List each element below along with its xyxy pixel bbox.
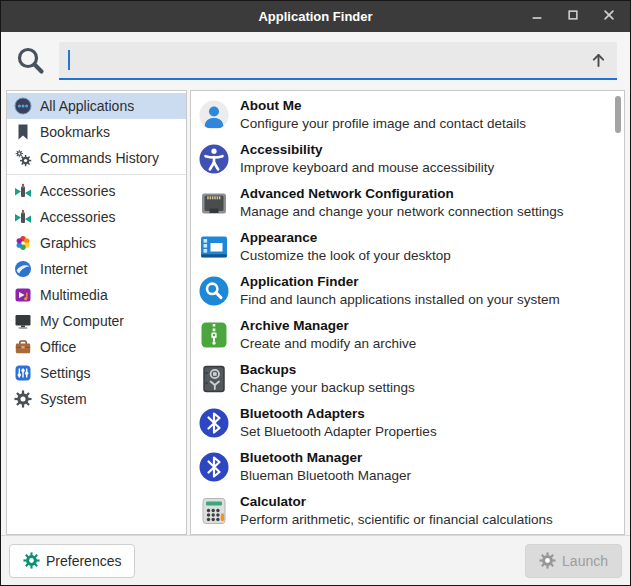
search-bar — [1, 32, 630, 90]
application-name: Advanced Network Configuration — [240, 185, 563, 203]
sidebar-item-my-computer[interactable]: My Computer — [7, 308, 186, 334]
application-description: Perform arithmetic, scientific or financ… — [240, 511, 553, 529]
titlebar[interactable]: Application Finder — [1, 1, 630, 32]
gear-icon — [23, 552, 40, 569]
scrollbar-thumb[interactable] — [615, 96, 621, 133]
application-name: Calculator — [240, 493, 553, 511]
sidebar-item-label: All Applications — [40, 98, 134, 114]
settings-icon — [14, 364, 32, 382]
application-row-appearance[interactable]: Appearance Customize the look of your de… — [191, 225, 624, 269]
internet-icon — [14, 260, 32, 278]
network-port-icon — [198, 187, 230, 219]
sidebar-item-label: Graphics — [40, 235, 96, 251]
about-me-icon — [198, 99, 230, 131]
sidebar-item-label: Bookmarks — [40, 124, 110, 140]
application-row-bluetooth-manager[interactable]: Bluetooth Manager Blueman Bluetooth Mana… — [191, 445, 624, 489]
application-name: Application Finder — [240, 273, 560, 291]
application-name: Archive Manager — [240, 317, 416, 335]
maximize-button[interactable] — [564, 8, 582, 26]
sidebar-item-label: Settings — [40, 365, 91, 381]
launch-button[interactable]: Launch — [525, 544, 622, 578]
appearance-icon — [198, 231, 230, 263]
sidebar-item-label: Commands History — [40, 150, 159, 166]
footer-bar: Preferences Launch — [1, 535, 630, 585]
sidebar-item-accessories[interactable]: Accessories — [7, 178, 186, 204]
application-row-archive-manager[interactable]: Archive Manager Create and modify an arc… — [191, 313, 624, 357]
gear-icon — [539, 552, 556, 569]
sidebar-item-label: Multimedia — [40, 287, 108, 303]
multimedia-icon — [14, 286, 32, 304]
application-row-accessibility[interactable]: Accessibility Improve keyboard and mouse… — [191, 137, 624, 181]
sidebar-item-label: My Computer — [40, 313, 124, 329]
main-area: All Applications Bookmarks Commands Hist… — [1, 90, 630, 535]
sidebar-item-multimedia[interactable]: Multimedia — [7, 282, 186, 308]
application-name: Appearance — [240, 229, 451, 247]
accessibility-icon — [198, 143, 230, 175]
commands-history-icon — [14, 149, 32, 167]
preferences-button[interactable]: Preferences — [9, 544, 135, 578]
sidebar-item-all-applications[interactable]: All Applications — [7, 93, 186, 119]
bookmarks-icon — [14, 123, 32, 141]
application-description: Manage and change your network connectio… — [240, 203, 563, 221]
sidebar-item-label: Accessories — [40, 183, 115, 199]
sidebar-item-graphics[interactable]: Graphics — [7, 230, 186, 256]
application-name: Accessibility — [240, 141, 494, 159]
sidebar-item-label: System — [40, 391, 87, 407]
minimize-icon — [530, 8, 544, 25]
application-description: Create and modify an archive — [240, 335, 416, 353]
backups-icon — [198, 363, 230, 395]
launch-label: Launch — [562, 553, 608, 569]
bluetooth-icon — [198, 407, 230, 439]
application-description: Find and launch applications installed o… — [240, 291, 560, 309]
application-finder-icon — [198, 275, 230, 307]
search-entry[interactable] — [59, 42, 617, 80]
sidebar-item-internet[interactable]: Internet — [7, 256, 186, 282]
my-computer-icon — [14, 312, 32, 330]
application-name: Backups — [240, 361, 415, 379]
application-description: Change your backup settings — [240, 379, 415, 397]
sidebar-item-accessories[interactable]: Accessories — [7, 204, 186, 230]
bluetooth-icon — [198, 451, 230, 483]
search-input[interactable] — [70, 51, 589, 69]
close-icon — [602, 8, 616, 25]
system-icon — [14, 390, 32, 408]
calculator-icon — [198, 495, 230, 527]
sidebar-item-label: Office — [40, 339, 76, 355]
application-row-bluetooth-adapters[interactable]: Bluetooth Adapters Set Bluetooth Adapter… — [191, 401, 624, 445]
application-description: Set Bluetooth Adapter Properties — [240, 423, 437, 441]
maximize-icon — [566, 8, 580, 25]
sidebar-item-commands-history[interactable]: Commands History — [7, 145, 186, 171]
application-row-calculator[interactable]: Calculator Perform arithmetic, scientifi… — [191, 489, 624, 533]
window-controls — [528, 8, 630, 26]
graphics-icon — [14, 234, 32, 252]
application-description: Blueman Bluetooth Manager — [240, 467, 411, 485]
application-name: Bluetooth Manager — [240, 449, 411, 467]
application-row-about-me[interactable]: About Me Configure your profile image an… — [191, 93, 624, 137]
application-row-application-finder[interactable]: Application Finder Find and launch appli… — [191, 269, 624, 313]
sidebar-item-bookmarks[interactable]: Bookmarks — [7, 119, 186, 145]
close-button[interactable] — [600, 8, 618, 26]
accessories-icon — [14, 182, 32, 200]
sidebar-item-office[interactable]: Office — [7, 334, 186, 360]
application-description: Customize the look of your desktop — [240, 247, 451, 265]
application-finder-window: Application Finder All Applications Book… — [0, 0, 631, 586]
minimize-button[interactable] — [528, 8, 546, 26]
application-description: Improve keyboard and mouse accessibility — [240, 159, 494, 177]
application-list: About Me Configure your profile image an… — [190, 90, 625, 535]
application-description: Configure your profile image and contact… — [240, 115, 526, 133]
archive-manager-icon — [198, 319, 230, 351]
sidebar-item-label: Internet — [40, 261, 87, 277]
application-row-backups[interactable]: Backups Change your backup settings — [191, 357, 624, 401]
sidebar: All Applications Bookmarks Commands Hist… — [6, 90, 187, 535]
up-arrow-icon[interactable] — [589, 51, 608, 70]
all-applications-icon — [14, 97, 32, 115]
search-icon — [14, 44, 48, 78]
sidebar-item-settings[interactable]: Settings — [7, 360, 186, 386]
sidebar-separator — [7, 174, 186, 175]
application-name: Bluetooth Adapters — [240, 405, 437, 423]
preferences-label: Preferences — [46, 553, 121, 569]
sidebar-item-system[interactable]: System — [7, 386, 186, 412]
application-row-advanced-network-configuration[interactable]: Advanced Network Configuration Manage an… — [191, 181, 624, 225]
application-name: About Me — [240, 97, 526, 115]
office-icon — [14, 338, 32, 356]
